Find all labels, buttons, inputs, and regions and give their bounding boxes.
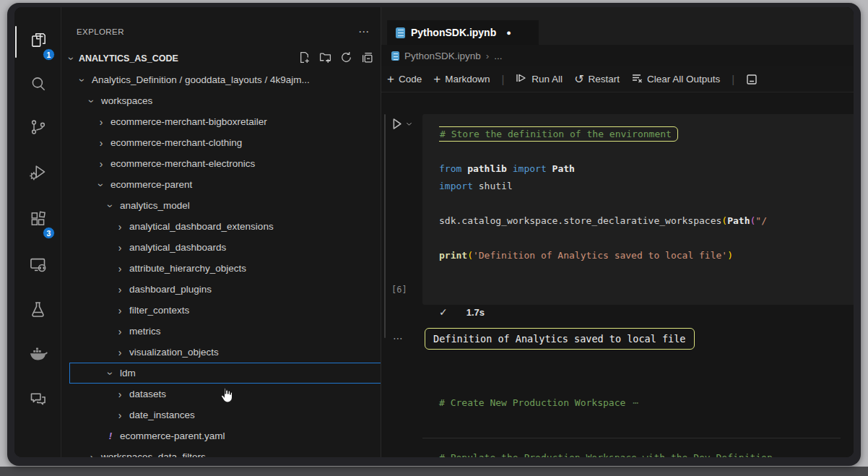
chevron-down-icon: › (66, 53, 77, 64)
tree-item-analytics-model[interactable]: ›analytics_model (69, 195, 381, 216)
tree-item-attribute-hierarchy-objects[interactable]: ›attribute_hierarchy_objects (69, 258, 381, 279)
chevron-right-icon: › (95, 159, 107, 169)
notebook-body: [6] # Store the definition of the enviro… (381, 92, 854, 457)
tree-item-ecommerce-merchant-clothing[interactable]: ›ecommerce-merchant-clothing (69, 132, 381, 153)
plus-icon: + (433, 73, 440, 85)
clear-all-outputs-icon (631, 72, 643, 86)
activity-source-control-button[interactable] (14, 112, 61, 145)
tree-item-workspaces[interactable]: ›workspaces (69, 90, 381, 111)
tree-item-date-instances[interactable]: ›date_instances (69, 404, 381, 425)
activity-remote-explorer-button[interactable] (14, 249, 61, 282)
code-line (439, 195, 854, 212)
activity-chat-button[interactable] (14, 384, 61, 417)
tree-item-ecommerce-parent-yaml[interactable]: !ecommerce-parent.yaml (69, 425, 381, 446)
collapse-all-icon[interactable] (361, 51, 373, 66)
code-line: # Store the definition of the environmen… (439, 126, 854, 143)
sidebar-more-actions-icon[interactable]: ⋯ (358, 25, 370, 38)
tab-pythonsdk[interactable]: PythonSDK.ipynb ● (387, 20, 539, 45)
collapsed-cell-text: # Populate the Production Workspace with… (439, 452, 773, 458)
code-line: print('Definition of Analytics saved to … (439, 247, 854, 264)
sidebar-header: EXPLORER ⋯ (61, 22, 381, 42)
activity-bar: 1 (14, 7, 61, 457)
add-code-button[interactable]: + Code (387, 73, 422, 85)
vscode-content: 1 (14, 7, 854, 457)
vscode-window: 1 (7, 3, 861, 466)
chevron-right-icon: › (114, 326, 126, 337)
chevron-right-icon: › (86, 452, 97, 458)
breadcrumb-more[interactable]: ... (494, 51, 502, 61)
tree-item-visualization-objects[interactable]: ›visualization_objects (69, 342, 381, 363)
screenshot-stage: 1 (0, 0, 868, 476)
tree-item-metrics[interactable]: ›metrics (69, 321, 381, 342)
output-panel-icon[interactable] (746, 74, 758, 85)
tree-item-label: datasets (129, 389, 166, 399)
tab-bar: PythonSDK.ipynb ● (381, 7, 854, 45)
remote-explorer-icon (28, 255, 48, 277)
breadcrumb-file[interactable]: PythonSDK.ipynb (404, 51, 481, 61)
expand-ellipsis[interactable]: ⋯ (780, 452, 786, 458)
new-folder-icon[interactable] (319, 51, 331, 66)
tree-item-label: visualization_objects (129, 347, 219, 358)
expand-ellipsis[interactable]: ⋯ (633, 397, 639, 408)
project-section-title: ANALYTICS_AS_CODE (79, 53, 178, 64)
tree-item-workspaces-data-filters[interactable]: ›workspaces_data_filters (69, 446, 381, 457)
code-line: from pathlib import Path (439, 160, 854, 178)
code-line: import shutil (439, 178, 854, 195)
tree-item-analytical-dashboard-extensions[interactable]: ›analytical_dashboard_extensions (69, 216, 381, 237)
search-icon (29, 74, 48, 96)
breadcrumb[interactable]: PythonSDK.ipynb › ... (381, 45, 854, 66)
execution-count: [6] (391, 285, 407, 295)
add-code-label: Code (399, 74, 422, 85)
plus-icon: + (387, 73, 394, 85)
tree-item-label: Analytics_Definition / gooddata_layouts … (92, 74, 310, 85)
cell-status: ✓ 1.7s (439, 306, 485, 318)
restart-label: Restart (589, 74, 620, 85)
cell-output: Definition of Analytics saved to local f… (425, 328, 695, 350)
restart-button[interactable]: ↺ Restart (574, 72, 620, 86)
restart-icon: ↺ (574, 72, 583, 86)
run-all-button[interactable]: Run All (516, 72, 563, 86)
chevron-right-icon: › (114, 306, 126, 316)
clear-all-outputs-button[interactable]: Clear All Outputs (631, 72, 720, 86)
highlight-box: # Store the definition of the environmen… (439, 126, 678, 142)
tree-item-ecommerce-merchant-electronics[interactable]: ›ecommerce-merchant-electronics (69, 153, 381, 174)
code-line: sdk.catalog_workspace.store_declarative_… (439, 212, 854, 230)
tree-item-ecommerce-parent[interactable]: ›ecommerce-parent (69, 174, 381, 195)
tab-label: PythonSDK.ipynb (411, 27, 496, 38)
dirty-indicator[interactable]: ● (506, 28, 511, 37)
new-file-icon[interactable] (298, 51, 311, 66)
tree-item-analytical-dashboards[interactable]: ›analytical_dashboards (69, 237, 381, 258)
tree-item-ecommerce-merchant-bigboxretailer[interactable]: ›ecommerce-merchant-bigboxretailer (69, 111, 381, 132)
run-cell-button[interactable] (390, 117, 413, 131)
chevron-down-icon: › (96, 179, 106, 191)
activity-extensions-button[interactable]: 3 (14, 204, 61, 237)
tree-item-analytics-definition-gooddata-layouts-4k9ajm-[interactable]: ›Analytics_Definition / gooddata_layouts… (69, 69, 381, 90)
sidebar-actions (298, 51, 373, 66)
tree-item-label: workspaces_data_filters (101, 451, 206, 457)
tree-item-ldm[interactable]: ›ldm (69, 363, 381, 384)
toolbar-separator: | (501, 73, 504, 85)
output-menu-icon[interactable]: ⋯ (393, 332, 404, 344)
activity-docker-button[interactable] (14, 338, 61, 371)
code-line (439, 230, 854, 247)
activity-run-debug-button[interactable] (14, 157, 61, 190)
collapsed-cell-2[interactable]: # Populate the Production Workspace with… (422, 428, 841, 457)
code-line (439, 143, 854, 160)
project-section-header[interactable]: › ANALYTICS_AS_CODE (61, 48, 381, 69)
tree-item-dashboard-plugins[interactable]: ›dashboard_plugins (69, 279, 381, 300)
success-check-icon: ✓ (439, 306, 448, 318)
cell-duration: 1.7s (466, 307, 485, 318)
tree-item-label: analytics_model (120, 200, 190, 211)
chevron-right-icon: › (114, 222, 126, 232)
activity-testing-button[interactable] (14, 294, 61, 327)
tree-item-label: metrics (129, 326, 161, 337)
add-markdown-button[interactable]: + Markdown (433, 73, 490, 85)
mouse-cursor (217, 385, 235, 405)
code-cell[interactable]: # Store the definition of the environmen… (422, 114, 854, 305)
chevron-down-icon: › (105, 200, 116, 212)
tree-item-filter-contexts[interactable]: ›filter_contexts (69, 300, 381, 321)
collapsed-cell-text: # Create New Production Workspace (439, 397, 625, 408)
activity-explorer-button[interactable]: 1 (14, 25, 61, 59)
activity-search-button[interactable] (14, 69, 61, 102)
refresh-icon[interactable] (340, 51, 352, 66)
